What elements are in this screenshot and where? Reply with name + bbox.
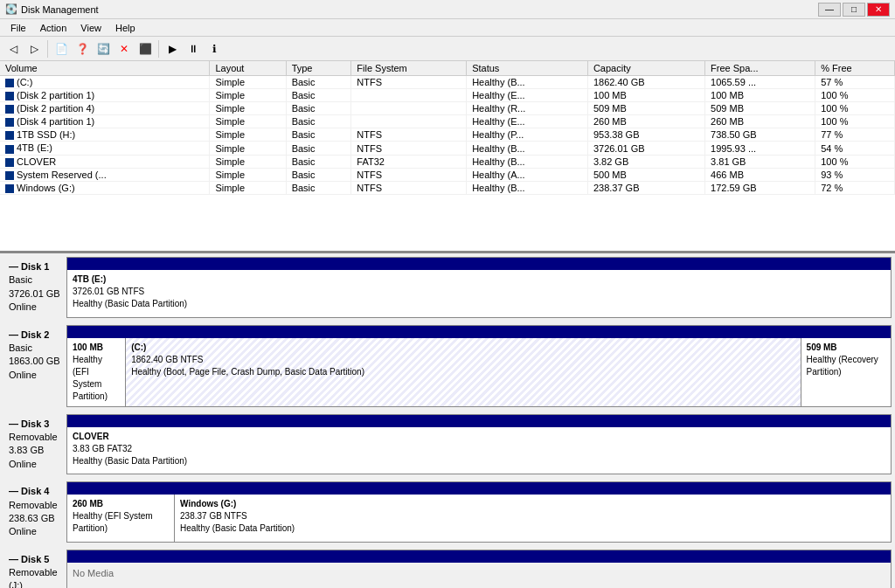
cell-type: Basic <box>286 155 351 168</box>
table-row[interactable]: (Disk 4 partition 1) Simple Basic Health… <box>0 115 895 128</box>
back-button[interactable]: ◁ <box>3 39 23 59</box>
volume-icon <box>5 118 14 127</box>
table-row[interactable]: 4TB (E:) Simple Basic NTFS Healthy (B...… <box>0 142 895 155</box>
cell-fs <box>351 115 467 128</box>
cell-volume: 1TB SSD (H:) <box>0 128 210 142</box>
menu-help[interactable]: Help <box>108 21 142 35</box>
disk-visual: 4TB (E:) 3726.01 GB NTFS Healthy (Basic … <box>66 257 892 318</box>
partition-status: Healthy (EFI System Partition) <box>73 354 120 403</box>
table-row[interactable]: (C:) Simple Basic NTFS Healthy (B... 186… <box>0 76 895 89</box>
cell-fs <box>351 102 467 115</box>
cell-capacity: 238.37 GB <box>587 181 704 194</box>
table-row[interactable]: (Disk 2 partition 4) Simple Basic Health… <box>0 102 895 115</box>
menu-action[interactable]: Action <box>33 21 74 35</box>
volume-icon <box>5 158 14 167</box>
cell-type: Basic <box>286 168 351 181</box>
table-row[interactable]: 1TB SSD (H:) Simple Basic NTFS Healthy (… <box>0 128 895 142</box>
cell-capacity: 3.82 GB <box>587 155 704 168</box>
cell-capacity: 500 MB <box>587 168 704 181</box>
cell-layout: Simple <box>210 168 286 181</box>
cell-status: Healthy (E... <box>467 89 588 102</box>
cell-pct: 100 % <box>815 89 895 102</box>
cell-free: 1995.93 ... <box>705 142 815 155</box>
close-button[interactable]: ✕ <box>867 3 890 17</box>
extend-button[interactable]: ▶ <box>163 39 182 59</box>
cell-fs: NTFS <box>351 168 467 181</box>
partition[interactable]: CLOVER 3.83 GB FAT32 Healthy (Basic Data… <box>67 427 565 474</box>
disk-id: — Disk 3 <box>9 419 49 429</box>
volume-icon <box>5 184 14 193</box>
toolbar-separator-1 <box>47 40 48 58</box>
cell-volume: Windows (G:) <box>0 181 210 194</box>
table-row[interactable]: CLOVER Simple Basic FAT32 Healthy (B... … <box>0 155 895 168</box>
menu-view[interactable]: View <box>73 21 108 35</box>
disk-id: — Disk 5 <box>9 554 49 564</box>
cell-layout: Simple <box>210 89 286 102</box>
disk-size: 1863.00 GB <box>9 356 60 366</box>
cell-layout: Simple <box>210 142 286 155</box>
forward-button[interactable]: ▷ <box>24 39 44 59</box>
cell-status: Healthy (B... <box>467 142 588 155</box>
maximize-button[interactable]: □ <box>843 3 865 17</box>
cell-free: 260 MB <box>705 115 815 128</box>
partition[interactable]: (C:) 1862.40 GB NTFS Healthy (Boot, Page… <box>126 338 801 406</box>
cell-type: Basic <box>286 89 351 102</box>
partition[interactable]: 509 MB Healthy (Recovery Partition) <box>801 338 891 406</box>
shrink-button[interactable]: ⏸ <box>184 39 203 59</box>
partition-status: Healthy (Boot, Page File, Crash Dump, Ba… <box>131 366 794 378</box>
col-status: Status <box>467 61 588 76</box>
disk-size: 3726.01 GB <box>9 288 60 299</box>
table-row[interactable]: Windows (G:) Simple Basic NTFS Healthy (… <box>0 181 895 194</box>
disk-id: — Disk 2 <box>9 329 49 340</box>
disk-row: — Disk 3 Removable 3.83 GB OnlineCLOVER … <box>3 414 892 475</box>
cell-free: 3.81 GB <box>705 155 815 168</box>
col-pct: % Free <box>815 61 895 76</box>
partition[interactable]: 4TB (E:) 3726.01 GB NTFS Healthy (Basic … <box>67 270 891 317</box>
col-layout: Layout <box>210 61 286 76</box>
partition[interactable]: Windows (G:) 238.37 GB NTFS Healthy (Bas… <box>175 495 891 542</box>
disk-status: Online <box>9 526 37 536</box>
format-button[interactable]: ⬛ <box>135 39 155 59</box>
table-row[interactable]: System Reserved (... Simple Basic NTFS H… <box>0 168 895 181</box>
cell-fs: NTFS <box>351 181 467 194</box>
rescan-button[interactable]: 🔄 <box>94 39 113 59</box>
cell-free: 1065.59 ... <box>705 76 815 89</box>
table-row[interactable]: (Disk 2 partition 1) Simple Basic Health… <box>0 89 895 102</box>
main-content: Volume Layout Type File System Status Ca… <box>0 61 895 588</box>
disk-row: — Disk 2 Basic 1863.00 GB Online100 MB H… <box>3 325 892 407</box>
cell-pct: 100 % <box>815 155 895 168</box>
disk-id: — Disk 1 <box>9 261 49 272</box>
info-button[interactable]: ℹ <box>205 39 224 59</box>
disk-label: — Disk 1 Basic 3726.01 GB Online <box>3 257 66 318</box>
partition-status: Healthy (EFI System Partition) <box>73 510 169 535</box>
properties-button[interactable]: 📄 <box>52 39 71 59</box>
disk-partitions: 4TB (E:) 3726.01 GB NTFS Healthy (Basic … <box>67 270 891 317</box>
cell-capacity: 1862.40 GB <box>587 76 704 89</box>
cell-fs <box>351 89 467 102</box>
partition-status: Healthy (Basic Data Partition) <box>73 455 560 467</box>
col-volume: Volume <box>0 61 210 76</box>
partition-name: 4TB (E:) <box>73 273 885 286</box>
cell-type: Basic <box>286 142 351 155</box>
cell-fs: FAT32 <box>351 155 467 168</box>
partition[interactable]: 260 MB Healthy (EFI System Partition) <box>67 495 175 542</box>
disk-label: — Disk 4 Removable 238.63 GB Online <box>3 481 66 543</box>
minimize-button[interactable]: — <box>818 3 841 17</box>
disk-header-bar <box>67 258 891 270</box>
help-button[interactable]: ❓ <box>73 39 92 59</box>
delete-button[interactable]: ✕ <box>114 39 134 59</box>
cell-status: Healthy (P... <box>467 128 588 142</box>
col-capacity: Capacity <box>587 61 704 76</box>
cell-capacity: 100 MB <box>587 89 704 102</box>
toolbar: ◁ ▷ 📄 ❓ 🔄 ✕ ⬛ ▶ ⏸ ℹ <box>0 37 895 61</box>
partition-status: Healthy (Recovery Partition) <box>807 354 885 378</box>
partition-status: Healthy (Basic Data Partition) <box>180 522 885 535</box>
volume-icon <box>5 131 14 140</box>
disk-header-bar <box>67 326 891 338</box>
cell-volume: CLOVER <box>0 155 210 168</box>
volume-icon <box>5 145 14 154</box>
menu-file[interactable]: File <box>3 21 33 35</box>
cell-layout: Simple <box>210 155 286 168</box>
volume-icon <box>5 105 14 114</box>
partition[interactable]: 100 MB Healthy (EFI System Partition) <box>67 338 126 406</box>
